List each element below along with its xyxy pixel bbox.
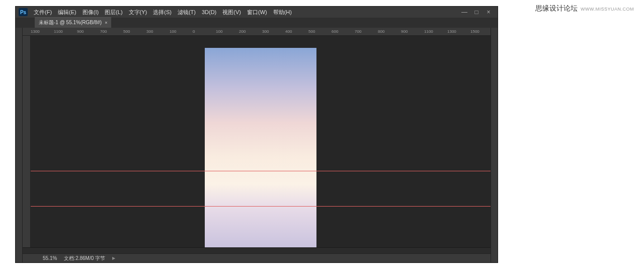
chevron-right-icon[interactable]: ▶ bbox=[112, 256, 115, 260]
gradient-sky-layer bbox=[205, 48, 316, 184]
work-area: 1300110090070050030010001002003004005006… bbox=[16, 28, 498, 262]
status-document-size[interactable]: 文档:2.86M/0 字节 bbox=[64, 255, 105, 262]
app-logo: Ps bbox=[19, 8, 28, 16]
menu-type[interactable]: 文字(Y) bbox=[126, 9, 150, 16]
ruler-tick: 1500 bbox=[470, 29, 491, 34]
menu-bar: Ps 文件(F) 编辑(E) 图像(I) 图层(L) 文字(Y) 选择(S) 滤… bbox=[16, 7, 498, 18]
ruler-tick: 300 bbox=[146, 29, 170, 34]
ruler-tick: 600 bbox=[332, 29, 355, 34]
ruler-tick: 900 bbox=[77, 29, 100, 34]
guide-horizontal-1[interactable] bbox=[31, 171, 491, 171]
ruler-tick: 900 bbox=[401, 29, 424, 34]
menu-layer[interactable]: 图层(L) bbox=[102, 9, 125, 16]
document-tab[interactable]: 未标题-1 @ 55.1%(RGB/8#) × bbox=[35, 17, 111, 28]
right-panel-strip[interactable] bbox=[491, 28, 498, 262]
ruler-tick: 300 bbox=[262, 29, 285, 34]
ruler-tick: 400 bbox=[285, 29, 308, 34]
photoshop-window: Ps 文件(F) 编辑(E) 图像(I) 图层(L) 文字(Y) 选择(S) 滤… bbox=[15, 6, 498, 263]
gradient-reflection-layer bbox=[205, 184, 316, 247]
menu-window[interactable]: 窗口(W) bbox=[244, 9, 270, 16]
ruler-tick: 500 bbox=[308, 29, 332, 34]
window-controls: — □ × bbox=[461, 9, 495, 16]
menu-view[interactable]: 视图(V) bbox=[219, 9, 244, 16]
close-icon[interactable]: × bbox=[105, 20, 107, 25]
menu-edit[interactable]: 编辑(E) bbox=[55, 9, 79, 16]
menu-image[interactable]: 图像(I) bbox=[79, 9, 102, 16]
ruler-tick: 100 bbox=[216, 29, 239, 34]
scrollbar-horizontal[interactable] bbox=[23, 247, 491, 253]
canvas-row bbox=[23, 36, 491, 247]
menu-filter[interactable]: 滤镜(T) bbox=[175, 9, 199, 16]
document-tab-bar: 未标题-1 @ 55.1%(RGB/8#) × bbox=[16, 18, 498, 28]
ruler-tick: 800 bbox=[378, 29, 401, 34]
window-minimize-button[interactable]: — bbox=[461, 9, 467, 16]
watermark: 思缘设计论坛 WWW.MISSYUAN.COM bbox=[535, 4, 634, 13]
document-tab-label: 未标题-1 @ 55.1%(RGB/8#) bbox=[39, 19, 102, 26]
ruler-horizontal[interactable]: 1300110090070050030010001002003004005006… bbox=[23, 28, 491, 36]
watermark-text-cn: 思缘设计论坛 bbox=[535, 4, 578, 13]
ruler-tick: 0 bbox=[193, 29, 216, 34]
guide-horizontal-2[interactable] bbox=[31, 206, 491, 207]
ruler-tick: 1300 bbox=[447, 29, 470, 34]
menu-3d[interactable]: 3D(D) bbox=[199, 9, 219, 15]
main-area: 1300110090070050030010001002003004005006… bbox=[23, 28, 491, 262]
status-zoom[interactable]: 55.1% bbox=[43, 255, 57, 261]
menu-file[interactable]: 文件(F) bbox=[31, 9, 55, 16]
ruler-tick: 500 bbox=[123, 29, 146, 34]
ruler-tick: 200 bbox=[239, 29, 262, 34]
status-bar: 55.1% 文档:2.86M/0 字节 ▶ bbox=[23, 253, 491, 262]
left-panel-strip[interactable] bbox=[16, 28, 23, 262]
window-maximize-button[interactable]: □ bbox=[473, 9, 479, 16]
watermark-text-url: WWW.MISSYUAN.COM bbox=[581, 7, 634, 12]
ruler-tick: 1100 bbox=[424, 29, 447, 34]
ruler-tick: 700 bbox=[100, 29, 123, 34]
canvas-viewport[interactable] bbox=[31, 36, 491, 247]
menu-select[interactable]: 选择(S) bbox=[150, 9, 175, 16]
ruler-tick: 700 bbox=[355, 29, 378, 34]
window-close-button[interactable]: × bbox=[486, 9, 492, 16]
ruler-tick: 1300 bbox=[31, 29, 54, 34]
ruler-tick: 100 bbox=[170, 29, 193, 34]
menu-help[interactable]: 帮助(H) bbox=[270, 9, 295, 16]
artboard bbox=[205, 48, 316, 247]
ruler-vertical[interactable] bbox=[23, 36, 31, 247]
ruler-tick: 1100 bbox=[54, 29, 77, 34]
